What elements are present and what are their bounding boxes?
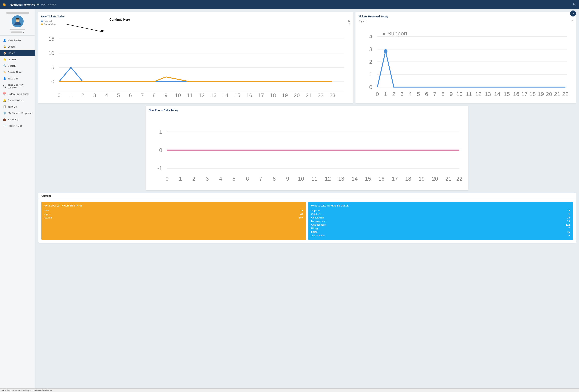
chart-legend: Support 17 Onboarding 8 bbox=[41, 20, 350, 25]
svg-text:8: 8 bbox=[273, 176, 276, 182]
menu-icon bbox=[37, 3, 39, 6]
queue-row: Billing7 bbox=[311, 227, 570, 230]
sidebar-item-my-canned-response[interactable]: ⚙️My Canned Response bbox=[0, 110, 35, 116]
reporting-icon: 💼 bbox=[3, 118, 6, 121]
svg-text:18: 18 bbox=[405, 176, 411, 182]
sidebar-profile: ▾ bbox=[0, 9, 35, 36]
svg-rect-8 bbox=[16, 18, 19, 19]
svg-text:12: 12 bbox=[199, 92, 205, 98]
profile-name-blur bbox=[6, 12, 29, 14]
chevron-down-icon: ▾ bbox=[23, 31, 24, 33]
sidebar-item-queue[interactable]: ⭐QUEUE bbox=[0, 56, 35, 63]
svg-text:1: 1 bbox=[70, 92, 72, 98]
status-label: Open bbox=[44, 213, 50, 216]
svg-text:3: 3 bbox=[369, 46, 372, 52]
profile-role-blur bbox=[11, 31, 22, 33]
svg-text:21: 21 bbox=[306, 92, 312, 98]
resolved-legend: Support 3 bbox=[359, 20, 573, 22]
svg-text:0: 0 bbox=[51, 78, 54, 84]
dropdown-button[interactable]: ▾ bbox=[570, 10, 576, 16]
svg-text:7: 7 bbox=[141, 92, 144, 98]
status-rows-container: New24Open41Stalled187 bbox=[44, 209, 303, 219]
queue-row: Onboarding28 bbox=[311, 216, 570, 219]
svg-text:18: 18 bbox=[270, 92, 276, 98]
resolved-tickets-chart: 4 3 2 1 0 0 1 2 3 4 5 6 7 8 9 bbox=[359, 24, 573, 100]
resolved-support-label: Support bbox=[359, 20, 366, 22]
support-label: Support bbox=[44, 20, 52, 22]
svg-text:6: 6 bbox=[246, 176, 249, 182]
svg-text:7: 7 bbox=[433, 91, 436, 97]
current-section: Current UNRESOLVED TICKETS BY STATUS New… bbox=[38, 193, 576, 243]
logout-label: Logout bbox=[8, 45, 15, 48]
charts-row: New Tickets Today Continue Here Support … bbox=[38, 12, 576, 103]
svg-text:-1: -1 bbox=[157, 165, 162, 171]
report-a-bug-label: Report A Bug bbox=[8, 124, 22, 127]
svg-text:23: 23 bbox=[329, 92, 335, 98]
svg-text:11: 11 bbox=[311, 176, 318, 182]
queue-count: 112 bbox=[566, 223, 570, 226]
sidebar-item-report-a-bug[interactable]: ✉️Report A Bug bbox=[0, 123, 35, 129]
svg-text:1: 1 bbox=[179, 176, 182, 182]
svg-text:17: 17 bbox=[521, 91, 528, 97]
sidebar-nav: 👤View Profile🔒Logout🏠HOME⭐QUEUE🔍Search🏷️… bbox=[0, 36, 35, 130]
status-label: Stalled bbox=[44, 216, 52, 219]
queue-row: Holds46 bbox=[311, 230, 570, 234]
resolved-support-count: 3 bbox=[572, 20, 573, 22]
svg-text:4: 4 bbox=[219, 176, 222, 182]
sidebar-item-follow-up-calendar[interactable]: 📅Follow Up Calendar bbox=[0, 91, 35, 97]
profile-sub-blur bbox=[10, 29, 25, 30]
legend-support: Support 17 bbox=[41, 20, 350, 22]
status-row: Stalled187 bbox=[44, 216, 303, 219]
svg-text:2: 2 bbox=[81, 92, 84, 98]
svg-text:10: 10 bbox=[175, 92, 181, 98]
app-logo[interactable]: RequestTrackerPro bbox=[3, 2, 37, 7]
logout-icon: 🔒 bbox=[3, 45, 6, 48]
svg-text:5: 5 bbox=[117, 92, 120, 98]
queue-count: 5 bbox=[569, 234, 570, 237]
queue-label: Catch-All bbox=[311, 213, 321, 216]
svg-text:11: 11 bbox=[466, 91, 472, 97]
svg-text:4: 4 bbox=[105, 92, 108, 98]
sidebar-item-logout[interactable]: 🔒Logout bbox=[0, 43, 35, 50]
task-list-icon: 📋 bbox=[3, 105, 6, 108]
svg-rect-4 bbox=[37, 5, 39, 5]
svg-text:0: 0 bbox=[58, 92, 61, 98]
svg-text:4: 4 bbox=[409, 91, 412, 97]
sidebar-item-home[interactable]: 🏠HOME bbox=[0, 50, 35, 56]
svg-text:16: 16 bbox=[378, 176, 384, 182]
user-icon[interactable] bbox=[573, 2, 576, 7]
subscribe-list-icon: 🔔 bbox=[3, 99, 6, 102]
unresolved-by-queue-box: UNRESOLVED TICKETS BY QUEUE Support34Cat… bbox=[308, 202, 573, 240]
support-dot bbox=[41, 20, 43, 22]
status-url: https://support.requesttrackerpro.com/ho… bbox=[1, 389, 52, 392]
svg-text:17: 17 bbox=[392, 176, 398, 182]
svg-text:5: 5 bbox=[417, 91, 420, 97]
queue-row: Management19 bbox=[311, 219, 570, 223]
sidebar-item-take-call[interactable]: 👤Take Call bbox=[0, 75, 35, 82]
svg-text:21: 21 bbox=[554, 91, 561, 97]
queue-icon: ⭐ bbox=[3, 58, 6, 61]
sidebar-item-create-ticket[interactable]: 🏷️Create Ticket bbox=[0, 69, 35, 75]
sidebar-item-task-list[interactable]: 📋Task List bbox=[0, 103, 35, 110]
main-content: New Tickets Today Continue Here Support … bbox=[35, 9, 579, 392]
svg-text:2: 2 bbox=[369, 59, 372, 65]
sidebar-item-search[interactable]: 🔍Search bbox=[0, 63, 35, 69]
svg-text:8: 8 bbox=[153, 92, 156, 98]
queue-label: Management bbox=[311, 220, 325, 223]
queue-count: 1 bbox=[569, 213, 570, 216]
follow-up-calendar-label: Follow Up Calendar bbox=[8, 92, 29, 95]
take-call-label: Take Call bbox=[8, 77, 18, 80]
svg-text:4: 4 bbox=[369, 33, 372, 40]
queue-row: Chargebacks112 bbox=[311, 223, 570, 227]
svg-rect-3 bbox=[37, 4, 39, 5]
subscribe-list-label: Subscribe List bbox=[8, 99, 23, 102]
take-call-new-window-label: Take Call New Window bbox=[8, 83, 32, 89]
tickets-resolved-title: Tickets Resolved Today bbox=[359, 15, 573, 18]
svg-text:5: 5 bbox=[232, 176, 235, 182]
search-bar[interactable]: Type for ticket bbox=[37, 3, 573, 6]
sidebar-item-reporting[interactable]: 💼Reporting bbox=[0, 116, 35, 123]
sidebar-item-take-call-new-window[interactable]: 📞Take Call New Window bbox=[0, 82, 35, 91]
sidebar-item-subscribe-list[interactable]: 🔔Subscribe List bbox=[0, 97, 35, 103]
sidebar-item-view-profile[interactable]: 👤View Profile bbox=[0, 37, 35, 43]
svg-text:10: 10 bbox=[48, 50, 54, 56]
